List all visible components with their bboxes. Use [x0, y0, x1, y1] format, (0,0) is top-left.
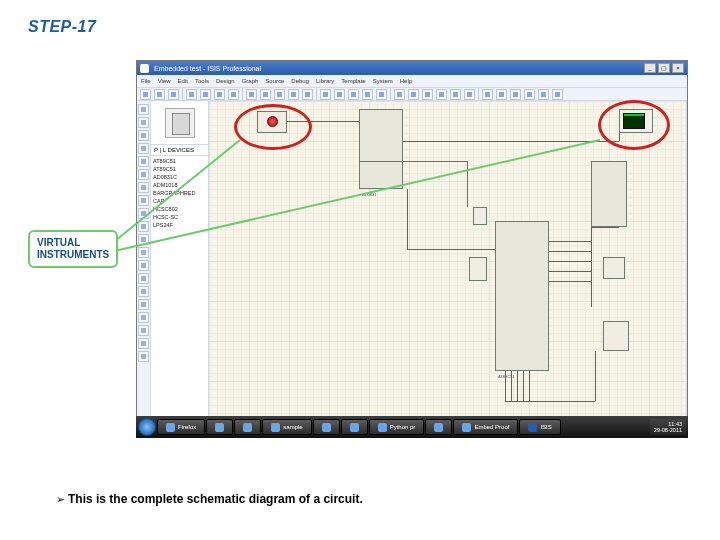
mode-bus-icon[interactable]: [138, 169, 149, 180]
mode-terminal-icon[interactable]: [138, 195, 149, 206]
schematic-canvas[interactable]: AD0831 AT89C51: [209, 101, 687, 425]
menu-edit[interactable]: Edit: [178, 78, 188, 84]
tool-pick-icon[interactable]: [348, 89, 359, 100]
list-item[interactable]: AT89C51: [153, 165, 206, 173]
tool-text-icon[interactable]: [538, 89, 549, 100]
task-chrome[interactable]: [341, 419, 368, 435]
task-pdf[interactable]: [313, 419, 340, 435]
tool-save-icon[interactable]: [168, 89, 179, 100]
mode-toolbox: [137, 101, 151, 425]
menu-source[interactable]: Source: [265, 78, 284, 84]
maximize-button[interactable]: ▢: [658, 63, 670, 73]
list-item[interactable]: LPS24F: [153, 221, 206, 229]
mode-generator-icon[interactable]: [138, 247, 149, 258]
component-opamp[interactable]: [603, 321, 629, 351]
tool-paste-icon[interactable]: [302, 89, 313, 100]
mode-2dtext-icon[interactable]: [138, 351, 149, 362]
tool-wire-icon[interactable]: [394, 89, 405, 100]
tool-symbol-icon[interactable]: [552, 89, 563, 100]
start-button[interactable]: [138, 418, 156, 436]
push-button-icon[interactable]: [267, 116, 278, 127]
mode-component-icon[interactable]: [138, 117, 149, 128]
oscilloscope-icon[interactable]: [619, 109, 653, 133]
tool-zoom-fit-icon[interactable]: [228, 89, 239, 100]
close-button[interactable]: ×: [672, 63, 684, 73]
tool-zoom-out-icon[interactable]: [214, 89, 225, 100]
menu-help[interactable]: Help: [400, 78, 412, 84]
tool-tape-icon[interactable]: [510, 89, 521, 100]
picker-header[interactable]: P | L DEVICES: [151, 145, 208, 156]
device-list[interactable]: AT89C51 AT89C51 AD0831C ADM1018 BARGRAPH…: [151, 156, 208, 425]
component-adc-chip[interactable]: AD0831: [359, 109, 403, 189]
mode-tape-icon[interactable]: [138, 234, 149, 245]
ie-icon: [243, 423, 252, 432]
mode-probe-icon[interactable]: [138, 260, 149, 271]
component-mcu-chip[interactable]: AT89C51: [495, 221, 549, 371]
component-port-chip[interactable]: [591, 161, 627, 227]
list-item[interactable]: ADM1018: [153, 181, 206, 189]
list-item[interactable]: BARGRAPHRED: [153, 189, 206, 197]
mode-instrument-icon[interactable]: [138, 273, 149, 284]
task-isis2[interactable]: ISIS: [519, 419, 560, 435]
list-item[interactable]: CAP: [153, 197, 206, 205]
list-item[interactable]: HCSC802: [153, 205, 206, 213]
tool-new-icon[interactable]: [140, 89, 151, 100]
mode-graph-icon[interactable]: [138, 221, 149, 232]
tool-open-icon[interactable]: [154, 89, 165, 100]
task-explorer[interactable]: [206, 419, 233, 435]
tool-block-icon[interactable]: [320, 89, 331, 100]
tool-undo-icon[interactable]: [246, 89, 257, 100]
menu-graph[interactable]: Graph: [242, 78, 259, 84]
menu-debug[interactable]: Debug: [291, 78, 309, 84]
component-driver[interactable]: [603, 257, 625, 279]
component-cap[interactable]: [469, 257, 487, 281]
mode-2dline-icon[interactable]: [138, 286, 149, 297]
mode-subcircuit-icon[interactable]: [138, 182, 149, 193]
mode-2darc-icon[interactable]: [138, 325, 149, 336]
component-crystal[interactable]: [473, 207, 487, 225]
tool-bus-icon[interactable]: [408, 89, 419, 100]
tool-instrument-icon[interactable]: [496, 89, 507, 100]
system-tray[interactable]: 11:43 29-08-2011: [650, 419, 686, 435]
task-firefox[interactable]: Firefox: [157, 419, 205, 435]
mode-devicepin-icon[interactable]: [138, 208, 149, 219]
tool-generator-icon[interactable]: [482, 89, 493, 100]
tool-zoom-in-icon[interactable]: [200, 89, 211, 100]
schematic-wire: [591, 227, 619, 228]
mode-2dbox-icon[interactable]: [138, 299, 149, 310]
tool-grid-icon[interactable]: [334, 89, 345, 100]
tool-cut-icon[interactable]: [274, 89, 285, 100]
mode-select-icon[interactable]: [138, 104, 149, 115]
mode-2dcircle-icon[interactable]: [138, 312, 149, 323]
list-item[interactable]: AD0831C: [153, 173, 206, 181]
mode-2dpath-icon[interactable]: [138, 338, 149, 349]
menu-design[interactable]: Design: [216, 78, 235, 84]
list-item[interactable]: HCSC-SC: [153, 213, 206, 221]
tool-mirror-icon[interactable]: [376, 89, 387, 100]
tool-script-icon[interactable]: [450, 89, 461, 100]
task-python[interactable]: Python pr: [369, 419, 425, 435]
tool-probe-icon[interactable]: [464, 89, 475, 100]
mode-wirelabel-icon[interactable]: [138, 143, 149, 154]
minimize-button[interactable]: _: [644, 63, 656, 73]
tool-terminal-icon[interactable]: [436, 89, 447, 100]
task-folder[interactable]: sample: [262, 419, 311, 435]
tool-copy-icon[interactable]: [288, 89, 299, 100]
tool-print-icon[interactable]: [186, 89, 197, 100]
menu-template[interactable]: Template: [341, 78, 365, 84]
task-isis[interactable]: Embed Proof: [453, 419, 518, 435]
tool-label-icon[interactable]: [422, 89, 433, 100]
menu-view[interactable]: View: [158, 78, 171, 84]
menu-library[interactable]: Library: [316, 78, 334, 84]
menu-tools[interactable]: Tools: [195, 78, 209, 84]
list-item[interactable]: AT89C51: [153, 157, 206, 165]
mode-junction-icon[interactable]: [138, 130, 149, 141]
task-paint[interactable]: [425, 419, 452, 435]
tool-redo-icon[interactable]: [260, 89, 271, 100]
task-ie[interactable]: [234, 419, 261, 435]
tool-rotate-icon[interactable]: [362, 89, 373, 100]
mode-script-icon[interactable]: [138, 156, 149, 167]
tool-arc-icon[interactable]: [524, 89, 535, 100]
menu-file[interactable]: File: [141, 78, 151, 84]
menu-system[interactable]: System: [373, 78, 393, 84]
